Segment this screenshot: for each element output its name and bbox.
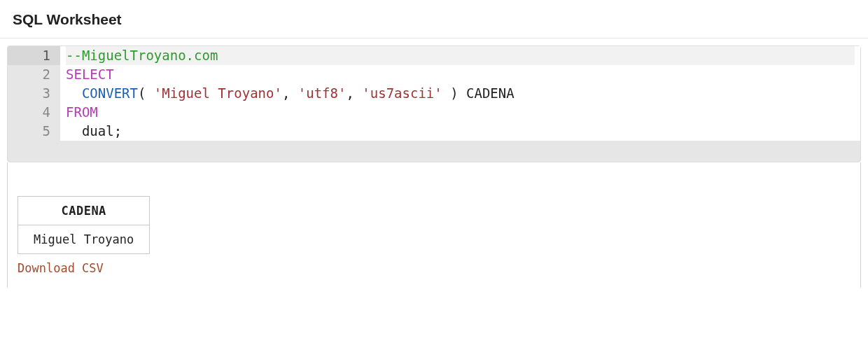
token-comment: --MiguelTroyano.com: [66, 48, 218, 63]
token-plain: [66, 85, 82, 101]
table-cell: Miguel Troyano: [18, 225, 150, 254]
line-number: 1: [8, 46, 60, 65]
code-line[interactable]: SELECT: [66, 65, 855, 84]
token-plain: ) CADENA: [442, 85, 514, 101]
token-plain: ,: [346, 85, 362, 101]
line-number: 3: [8, 84, 60, 103]
token-str: 'us7ascii': [362, 85, 442, 101]
code-line[interactable]: --MiguelTroyano.com: [66, 46, 855, 65]
token-kw: SELECT: [66, 66, 114, 82]
code-line[interactable]: dual;: [66, 122, 855, 141]
column-header: CADENA: [18, 197, 150, 225]
worksheet-header: SQL Worksheet: [0, 0, 868, 38]
token-str: 'utf8': [298, 85, 346, 101]
token-plain: (: [138, 85, 154, 101]
results-table: CADENA Miguel Troyano: [18, 196, 150, 254]
token-kw: FROM: [66, 104, 98, 120]
results-panel: CADENA Miguel Troyano Download CSV: [7, 162, 861, 288]
token-plain: ,: [282, 85, 298, 101]
code-area[interactable]: --MiguelTroyano.comSELECT CONVERT( 'Migu…: [60, 46, 860, 141]
download-csv-link[interactable]: Download CSV: [18, 261, 104, 275]
token-plain: dual;: [66, 123, 122, 139]
sql-editor[interactable]: 12345 --MiguelTroyano.comSELECT CONVERT(…: [8, 46, 860, 141]
line-number: 2: [8, 65, 60, 84]
code-line[interactable]: CONVERT( 'Miguel Troyano', 'utf8', 'us7a…: [66, 84, 855, 103]
page-title: SQL Worksheet: [13, 11, 855, 28]
token-fn: CONVERT: [82, 85, 138, 101]
table-row: Miguel Troyano: [18, 225, 150, 254]
sql-editor-panel: 12345 --MiguelTroyano.comSELECT CONVERT(…: [7, 46, 861, 162]
token-str: 'Miguel Troyano': [154, 85, 282, 101]
line-gutter: 12345: [8, 46, 60, 141]
line-number: 5: [8, 122, 60, 141]
code-line[interactable]: FROM: [66, 103, 855, 122]
line-number: 4: [8, 103, 60, 122]
